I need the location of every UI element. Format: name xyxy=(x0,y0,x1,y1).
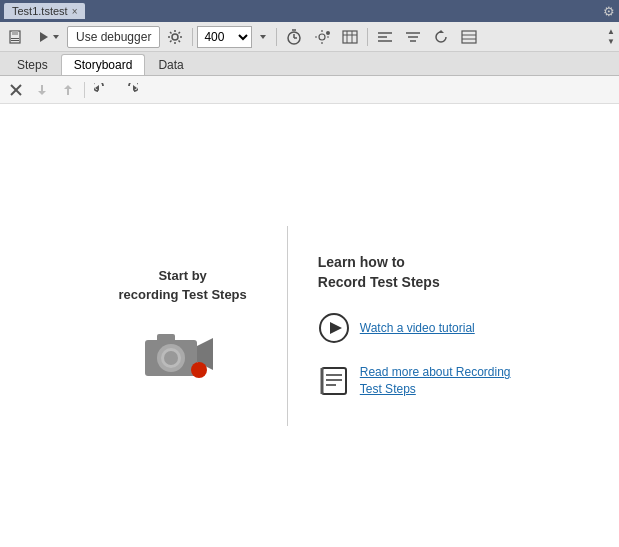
tab-steps[interactable]: Steps xyxy=(4,54,61,75)
svg-rect-14 xyxy=(343,31,357,43)
redo-button[interactable] xyxy=(117,79,143,101)
dropdown-icon xyxy=(52,33,60,41)
video-link-row: Watch a video tutorial xyxy=(318,312,511,344)
separator-2 xyxy=(276,28,277,46)
svg-marker-44 xyxy=(330,322,342,334)
title-bar-left: Test1.tstest × xyxy=(4,3,85,19)
svg-marker-4 xyxy=(40,32,48,42)
svg-point-42 xyxy=(191,362,207,378)
right-panel: Learn how to Record Test Steps Watch a v… xyxy=(288,226,541,426)
main-toolbar: Use debugger 400 100 200 800 1600 xyxy=(0,22,619,52)
scroll-down-arrow[interactable]: ▼ xyxy=(607,37,615,47)
settings-icon xyxy=(167,29,183,45)
svg-point-6 xyxy=(172,34,178,40)
tab-data[interactable]: Data xyxy=(145,54,196,75)
separator-1 xyxy=(192,28,193,46)
align-left-icon xyxy=(377,30,393,44)
scroll-up-arrow[interactable]: ▲ xyxy=(607,27,615,37)
camera-svg xyxy=(143,324,223,384)
table-icon xyxy=(342,30,358,44)
svg-marker-7 xyxy=(260,35,266,39)
title-bar: Test1.tstest × ⚙ xyxy=(0,0,619,22)
watch-video-link[interactable]: Watch a video tutorial xyxy=(360,320,475,337)
refresh-button[interactable] xyxy=(428,26,454,48)
title-tab[interactable]: Test1.tstest × xyxy=(4,3,85,19)
tabs-row: Steps Storyboard Data xyxy=(0,52,619,76)
list-button[interactable] xyxy=(456,26,482,48)
run-dropdown-button[interactable] xyxy=(32,26,65,48)
read-more-link[interactable]: Read more about Recording Test Steps xyxy=(360,364,511,398)
speed-dropdown-icon xyxy=(259,33,267,41)
svg-marker-5 xyxy=(53,35,59,39)
undo-button[interactable] xyxy=(89,79,115,101)
svg-rect-25 xyxy=(462,31,476,43)
learn-title: Learn how to Record Test Steps xyxy=(318,253,511,292)
sub-toolbar xyxy=(0,76,619,104)
left-panel: Start by recording Test Steps xyxy=(78,226,286,426)
move-down-button[interactable] xyxy=(30,79,54,101)
undo-icon xyxy=(94,83,110,97)
play-circle-icon xyxy=(318,312,350,344)
list-icon xyxy=(461,30,477,44)
redo-icon xyxy=(122,83,138,97)
svg-point-40 xyxy=(164,351,178,365)
svg-rect-45 xyxy=(322,368,346,394)
speed-dropdown-button[interactable] xyxy=(254,26,272,48)
svg-rect-2 xyxy=(11,38,19,39)
separator-3 xyxy=(367,28,368,46)
run-icon xyxy=(37,30,51,44)
delete-step-button[interactable] xyxy=(4,79,28,101)
tab-storyboard[interactable]: Storyboard xyxy=(61,54,146,75)
align-left-button[interactable] xyxy=(372,26,398,48)
delete-icon xyxy=(9,83,23,97)
file-button[interactable] xyxy=(4,26,30,48)
use-debugger-button[interactable]: Use debugger xyxy=(67,26,160,48)
recording-prompt-text: Start by recording Test Steps xyxy=(118,267,246,303)
filter-button[interactable] xyxy=(400,26,426,48)
read-more-link-row: Read more about Recording Test Steps xyxy=(318,364,511,398)
file-icon xyxy=(9,30,25,44)
move-up-button[interactable] xyxy=(56,79,80,101)
timer-icon xyxy=(286,29,302,45)
svg-rect-37 xyxy=(157,334,175,342)
sub-separator xyxy=(84,82,85,98)
svg-marker-31 xyxy=(38,91,46,95)
filter-icon xyxy=(405,30,421,44)
move-down-icon xyxy=(35,83,49,97)
camera-icon xyxy=(143,324,223,384)
svg-point-13 xyxy=(326,31,330,35)
settings-button[interactable] xyxy=(162,26,188,48)
speed-select[interactable]: 400 100 200 800 1600 xyxy=(197,26,252,48)
svg-marker-33 xyxy=(64,85,72,89)
svg-rect-1 xyxy=(12,31,18,35)
move-up-icon xyxy=(61,83,75,97)
timer-button[interactable] xyxy=(281,26,307,48)
title-gear-icon[interactable]: ⚙ xyxy=(603,4,615,19)
table-button[interactable] xyxy=(337,26,363,48)
title-bar-right: ⚙ xyxy=(603,4,615,19)
params-button[interactable] xyxy=(309,26,335,48)
svg-rect-3 xyxy=(11,40,19,41)
svg-marker-24 xyxy=(438,30,444,33)
toolbar-scroll: ▲ ▼ xyxy=(607,27,615,46)
refresh-icon xyxy=(433,29,449,45)
tab-close-button[interactable]: × xyxy=(72,6,78,17)
split-container: Start by recording Test Steps xyxy=(78,226,540,426)
params-icon xyxy=(314,29,330,45)
svg-point-12 xyxy=(319,34,325,40)
book-icon xyxy=(318,365,350,397)
tab-name-label: Test1.tstest xyxy=(12,5,68,17)
content-area: Start by recording Test Steps xyxy=(0,104,619,547)
